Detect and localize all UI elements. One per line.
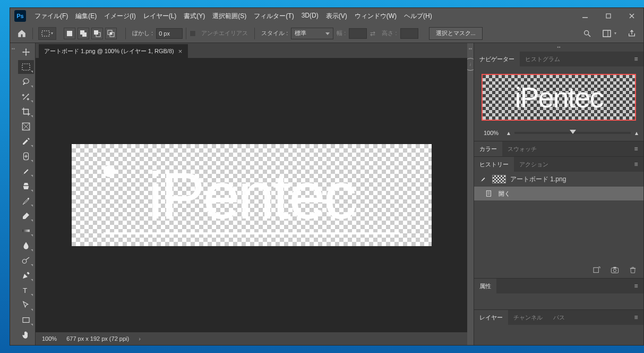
history-brush-tool[interactable] bbox=[18, 194, 34, 208]
healing-brush-tool[interactable] bbox=[18, 149, 34, 163]
canvas-logo-text: iPentec bbox=[72, 144, 432, 246]
frame-tool[interactable] bbox=[18, 120, 34, 133]
clone-stamp-tool[interactable] bbox=[18, 179, 34, 193]
svg-line-14 bbox=[588, 35, 590, 37]
history-step-open[interactable]: 開く bbox=[474, 187, 643, 200]
home-icon[interactable] bbox=[14, 26, 29, 41]
blur-tool[interactable] bbox=[18, 239, 34, 253]
create-document-icon[interactable] bbox=[591, 265, 602, 275]
menu-window[interactable]: ウィンドウ(W) bbox=[351, 10, 400, 23]
canvas-logo-underline bbox=[104, 232, 400, 234]
maximize-button[interactable] bbox=[597, 9, 620, 23]
tool-preset-dropdown[interactable]: ▾ bbox=[38, 27, 56, 40]
share-icon[interactable] bbox=[624, 26, 639, 41]
magic-wand-tool[interactable] bbox=[18, 90, 34, 104]
search-icon[interactable] bbox=[580, 26, 595, 41]
history-source-name: アートボード 1.png bbox=[510, 175, 566, 184]
select-and-mask-button[interactable]: 選択とマスク... bbox=[429, 27, 483, 40]
type-tool[interactable]: T bbox=[18, 283, 34, 297]
dodge-tool[interactable] bbox=[18, 254, 34, 267]
app-logo: Ps bbox=[14, 10, 26, 22]
crop-tool[interactable] bbox=[18, 105, 34, 119]
menu-layer[interactable]: レイヤー(L) bbox=[140, 10, 180, 23]
tab-channels[interactable]: チャンネル bbox=[508, 310, 548, 325]
marquee-tool[interactable] bbox=[18, 60, 34, 74]
history-source-thumb bbox=[492, 175, 506, 183]
color-menu-icon[interactable]: ≡ bbox=[629, 145, 643, 153]
lasso-tool[interactable] bbox=[18, 75, 34, 89]
path-selection-tool[interactable] bbox=[18, 298, 34, 312]
tab-color[interactable]: カラー bbox=[474, 141, 502, 156]
navigator-thumbnail[interactable]: iPentec bbox=[482, 74, 636, 121]
feather-input[interactable] bbox=[156, 28, 183, 39]
snapshot-icon[interactable] bbox=[609, 265, 620, 275]
delete-icon[interactable] bbox=[628, 265, 638, 275]
zoom-in-icon[interactable]: ▴ bbox=[635, 129, 638, 137]
navigator-zoom-row: 100% ▴ ▴ bbox=[474, 125, 643, 141]
menu-help[interactable]: ヘルプ(H) bbox=[401, 10, 435, 23]
selection-add[interactable] bbox=[78, 28, 89, 39]
menu-filter[interactable]: フィルター(T) bbox=[251, 10, 297, 23]
close-tab-icon[interactable]: × bbox=[178, 47, 183, 55]
status-zoom[interactable]: 100% bbox=[42, 335, 57, 342]
pen-tool[interactable] bbox=[18, 268, 34, 282]
status-bar: 100% 677 px x 192 px (72 ppi) › bbox=[36, 332, 467, 345]
close-button[interactable] bbox=[620, 9, 643, 23]
menu-edit[interactable]: 編集(E) bbox=[72, 10, 100, 23]
history-brush-icon bbox=[478, 174, 488, 184]
history-step-label: 開く bbox=[499, 190, 510, 198]
open-step-icon bbox=[485, 189, 493, 198]
layers-menu-icon[interactable]: ≡ bbox=[629, 314, 643, 321]
svg-point-36 bbox=[613, 269, 616, 272]
gradient-tool[interactable] bbox=[18, 224, 34, 238]
tab-histogram[interactable]: ヒストグラム bbox=[520, 52, 565, 66]
zoom-slider[interactable] bbox=[514, 132, 631, 134]
height-input bbox=[400, 28, 418, 39]
tab-actions[interactable]: アクション bbox=[514, 157, 554, 172]
selection-mode-group bbox=[64, 28, 117, 39]
zoom-slider-knob[interactable] bbox=[570, 130, 576, 134]
history-menu-icon[interactable]: ≡ bbox=[629, 161, 643, 168]
navigator-zoom-value[interactable]: 100% bbox=[479, 130, 503, 136]
tab-layers[interactable]: レイヤー bbox=[474, 310, 508, 325]
tab-swatch[interactable]: スウォッチ bbox=[502, 141, 542, 156]
canvas-viewport[interactable]: iPentec bbox=[36, 58, 467, 332]
menu-type[interactable]: 書式(Y) bbox=[181, 10, 208, 23]
menu-view[interactable]: 表示(V) bbox=[323, 10, 350, 23]
menu-image[interactable]: イメージ(I) bbox=[101, 10, 139, 23]
tab-navigator[interactable]: ナビゲーター bbox=[474, 52, 520, 66]
brush-tool[interactable] bbox=[18, 164, 34, 178]
menu-file[interactable]: ファイル(F) bbox=[31, 10, 71, 23]
shape-tool[interactable] bbox=[18, 313, 34, 327]
style-dropdown[interactable]: 標準 bbox=[291, 28, 333, 39]
right-dock-handle[interactable]: •• i bbox=[467, 43, 474, 345]
minimize-button[interactable] bbox=[573, 9, 597, 23]
nav-thumbnail-text: iPentec bbox=[483, 75, 635, 120]
status-chevron-icon[interactable]: › bbox=[139, 335, 141, 342]
workspace-dropdown[interactable]: ▾ bbox=[602, 26, 617, 41]
tab-history[interactable]: ヒストリー bbox=[474, 157, 514, 172]
document-tab[interactable]: アートボード 1.png @ 100% (レイヤー 1, RGB/8) × bbox=[39, 44, 188, 58]
selection-new[interactable] bbox=[64, 28, 75, 39]
svg-rect-5 bbox=[67, 31, 72, 36]
tab-paths[interactable]: パス bbox=[548, 310, 570, 325]
tab-properties[interactable]: 属性 bbox=[474, 279, 496, 293]
swap-wh-icon: ⇄ bbox=[370, 30, 375, 37]
properties-menu-icon[interactable]: ≡ bbox=[629, 282, 643, 290]
left-dock-handle[interactable]: •• bbox=[10, 43, 16, 345]
menu-3d[interactable]: 3D(D) bbox=[298, 10, 322, 23]
navigator-panel: iPentec bbox=[474, 66, 643, 125]
selection-subtract[interactable] bbox=[91, 28, 103, 39]
eraser-tool[interactable] bbox=[18, 209, 34, 223]
menu-select[interactable]: 選択範囲(S) bbox=[209, 10, 250, 23]
zoom-out-icon[interactable]: ▴ bbox=[507, 129, 510, 137]
dock-grip[interactable]: •• bbox=[474, 43, 643, 52]
canvas: iPentec bbox=[72, 144, 432, 246]
selection-intersect[interactable] bbox=[105, 28, 117, 39]
hand-tool[interactable] bbox=[18, 328, 34, 342]
navigator-menu-icon[interactable]: ≡ bbox=[629, 55, 643, 63]
eyedropper-tool[interactable] bbox=[18, 135, 34, 148]
svg-rect-7 bbox=[82, 32, 87, 37]
move-tool[interactable] bbox=[18, 45, 34, 59]
history-source-row[interactable]: アートボード 1.png bbox=[474, 172, 643, 187]
